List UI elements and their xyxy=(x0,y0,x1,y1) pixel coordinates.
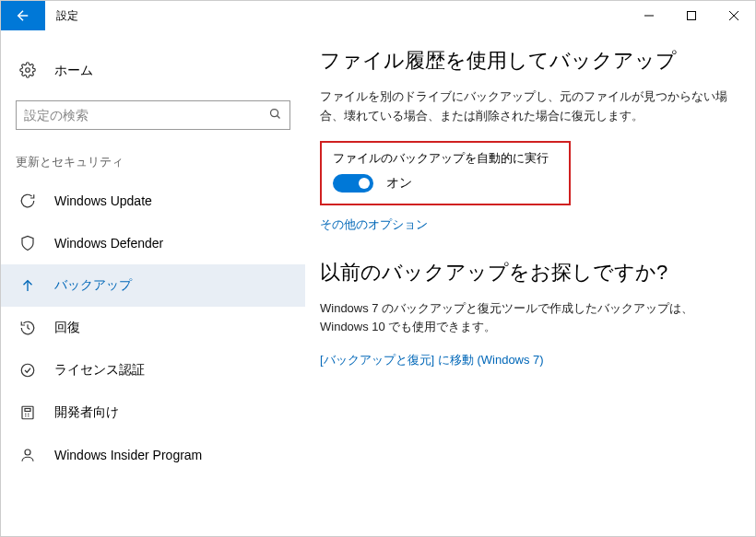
minimize-button[interactable] xyxy=(628,1,670,30)
toggle-row: オン xyxy=(333,174,558,193)
sidebar-item-insider[interactable]: Windows Insider Program xyxy=(1,434,305,476)
person-icon xyxy=(19,447,36,463)
svg-rect-1 xyxy=(688,12,696,20)
sidebar-item-label: Windows Defender xyxy=(54,236,163,251)
sync-icon xyxy=(19,193,36,209)
sidebar-item-backup[interactable]: バックアップ xyxy=(1,264,305,307)
toggle-label: ファイルのバックアップを自動的に実行 xyxy=(333,150,558,167)
svg-point-8 xyxy=(21,364,34,377)
window-title: 設定 xyxy=(45,1,628,30)
svg-line-6 xyxy=(278,116,280,119)
sidebar-home-label: ホーム xyxy=(54,63,93,79)
toggle-state-label: オン xyxy=(386,175,412,192)
toggle-knob xyxy=(359,178,370,189)
sidebar-item-windows-defender[interactable]: Windows Defender xyxy=(1,222,305,264)
section-description: Windows 7 のバックアップと復元ツールで作成したバックアップは、Wind… xyxy=(320,299,733,338)
upload-icon xyxy=(19,277,36,294)
maximize-button[interactable] xyxy=(670,1,713,30)
search-field[interactable] xyxy=(24,108,268,123)
svg-point-15 xyxy=(25,449,30,455)
close-button[interactable] xyxy=(713,1,755,30)
sidebar-item-activation[interactable]: ライセンス認証 xyxy=(1,349,305,391)
content: ホーム 更新とセキュリティ Windows Update Windows Def… xyxy=(1,30,755,536)
arrow-left-icon xyxy=(15,7,31,24)
back-button[interactable] xyxy=(1,1,45,30)
sidebar-section-label: 更新とセキュリティ xyxy=(1,146,305,180)
more-options-link[interactable]: その他のオプション xyxy=(320,216,428,233)
sidebar-item-label: ライセンス認証 xyxy=(54,362,145,379)
svg-rect-10 xyxy=(25,409,30,412)
backup-restore-link[interactable]: [バックアップと復元] に移動 (Windows 7) xyxy=(320,352,544,368)
minimize-icon xyxy=(644,10,655,21)
highlight-box: ファイルのバックアップを自動的に実行 オン xyxy=(320,141,571,205)
sidebar-item-label: バックアップ xyxy=(54,277,132,294)
backup-toggle[interactable] xyxy=(333,174,373,193)
search-input[interactable] xyxy=(16,100,290,130)
svg-point-4 xyxy=(26,67,30,72)
page-title: ファイル履歴を使用してバックアップ xyxy=(320,47,733,75)
check-circle-icon xyxy=(19,362,36,379)
search-icon xyxy=(268,107,282,123)
svg-point-5 xyxy=(271,110,278,117)
close-icon xyxy=(728,10,739,21)
sidebar-item-label: 回復 xyxy=(54,320,80,336)
gear-icon xyxy=(19,62,36,81)
shield-icon xyxy=(19,235,36,251)
developer-icon xyxy=(19,404,36,421)
section-title: 以前のバックアップをお探しですか? xyxy=(320,259,733,286)
history-icon xyxy=(19,320,36,336)
sidebar-item-label: Windows Insider Program xyxy=(54,448,202,462)
sidebar-item-label: Windows Update xyxy=(54,193,152,208)
page-description: ファイルを別のドライブにバックアップし、元のファイルが見つからない場合、壊れてい… xyxy=(320,88,733,126)
sidebar-item-recovery[interactable]: 回復 xyxy=(1,307,305,349)
maximize-icon xyxy=(686,10,697,21)
sidebar: ホーム 更新とセキュリティ Windows Update Windows Def… xyxy=(1,30,305,536)
sidebar-home[interactable]: ホーム xyxy=(1,53,305,89)
sidebar-item-developer[interactable]: 開発者向け xyxy=(1,391,305,434)
titlebar: 設定 xyxy=(1,1,755,30)
main-panel: ファイル履歴を使用してバックアップ ファイルを別のドライブにバックアップし、元の… xyxy=(305,30,755,536)
sidebar-item-windows-update[interactable]: Windows Update xyxy=(1,180,305,222)
sidebar-item-label: 開発者向け xyxy=(54,404,119,421)
